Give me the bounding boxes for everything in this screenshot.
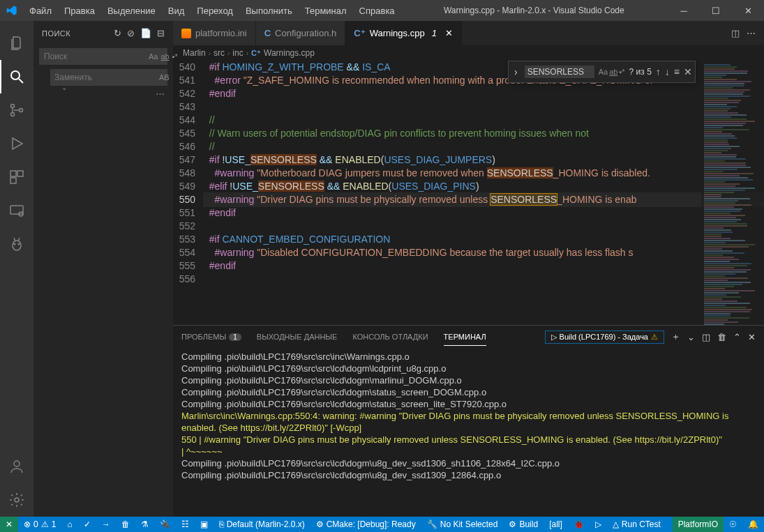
menu-goto[interactable]: Переход [191,3,239,19]
replace-field[interactable]: AB [50,69,167,86]
menu-terminal[interactable]: Терминал [299,3,352,19]
accounts-icon[interactable] [0,450,33,483]
maximize-panel-icon[interactable]: ⌃ [733,332,741,342]
search-input[interactable] [44,52,149,61]
status-monitor-icon[interactable]: ☷ [176,517,195,532]
cpp-file-icon: C⁺ [354,28,365,38]
menu-run[interactable]: Выполнить [240,3,298,19]
tab-output[interactable]: ВЫХОДНЫЕ ДАННЫЕ [257,328,338,345]
extensions-icon[interactable] [0,160,33,194]
status-errors[interactable]: ⊗ 0 ⚠ 1 [18,517,61,532]
match-case-icon[interactable]: Aa [149,52,158,61]
status-check-icon[interactable]: ✓ [78,517,96,532]
match-word-icon[interactable]: ab [609,68,617,76]
status-debug-icon[interactable]: 🐞 [568,517,590,532]
code-content[interactable]: #if HOMING_Z_WITH_PROBE && IS_CA #error … [204,61,764,325]
close-button[interactable]: ✕ [732,0,764,21]
terminal-task-selector[interactable]: ▷Build (LPC1769) - Задача⚠ [545,330,664,344]
preserve-case-icon[interactable]: AB [159,73,170,82]
status-arrow-icon[interactable]: → [96,517,116,532]
regex-icon[interactable]: ▪* [172,52,178,61]
collapse-icon[interactable]: ⊟ [157,28,165,38]
find-selection-icon[interactable]: ≡ [674,66,680,77]
find-expand-icon[interactable]: › [511,66,520,77]
code-editor[interactable]: 540541542 543544545 546547548 549550551 … [173,61,764,325]
match-case-icon[interactable]: Aa [599,68,608,76]
menu-edit[interactable]: Правка [59,3,100,19]
platformio-file-icon [181,29,191,38]
status-run-icon[interactable]: ▷ [590,517,607,532]
search-icon[interactable] [0,60,33,93]
terminal-dropdown-icon[interactable]: ⌄ [687,332,695,342]
minimize-button[interactable]: ─ [668,0,700,21]
split-editor-icon[interactable]: ◫ [731,28,740,38]
breadcrumb-item[interactable]: src [214,48,225,58]
status-beaker-icon[interactable]: ⚗ [135,517,154,532]
status-default-config[interactable]: ⎘ Default (Marlin-2.0.x) [214,517,310,532]
regex-icon[interactable]: ▪* [619,68,624,76]
toggle-replace-icon[interactable]: ⌄ [61,84,67,91]
breadcrumb-item[interactable]: inc [232,48,243,58]
editor-area: platformio.ini CConfiguration.h C⁺Warnin… [173,21,764,517]
tab-configuration[interactable]: CConfiguration.h [256,21,346,45]
status-plug-icon[interactable]: 🔌 [154,517,176,532]
status-terminal-icon[interactable]: ▣ [195,517,214,532]
modified-indicator: 1 [432,28,437,38]
svg-point-3 [11,113,15,116]
status-ctest[interactable]: △ Run CTest [607,517,666,532]
menu-bar: Файл Правка Выделение Вид Переход Выполн… [24,3,400,19]
tab-terminal[interactable]: ТЕРМИНАЛ [444,328,486,346]
remote-indicator[interactable]: ✕ [0,517,18,532]
find-input[interactable] [525,66,594,78]
find-prev-icon[interactable]: ↑ [656,66,661,77]
platformio-icon[interactable] [0,227,33,261]
match-word-icon[interactable]: ab [160,52,169,61]
find-next-icon[interactable]: ↓ [665,66,670,77]
refresh-icon[interactable]: ↻ [114,28,121,38]
source-control-icon[interactable] [0,93,33,127]
new-terminal-icon[interactable]: ＋ [671,330,680,343]
menu-view[interactable]: Вид [163,3,190,19]
more-actions-icon[interactable]: ⋯ [747,28,756,38]
menu-help[interactable]: Справка [354,3,400,19]
maximize-button[interactable]: ☐ [700,0,732,21]
breadcrumbs[interactable]: Marlin› src› inc› C⁺ Warnings.cpp [173,45,764,61]
clear-icon[interactable]: ⊘ [127,28,135,38]
menu-selection[interactable]: Выделение [102,3,161,19]
explorer-icon[interactable] [0,26,33,60]
tab-debug-console[interactable]: КОНСОЛЬ ОТЛАДКИ [352,328,428,345]
status-kit[interactable]: 🔧 No Kit Selected [421,517,504,532]
terminal-content[interactable]: Compiling .pio\build\LPC1769\src\src\inc… [173,348,764,517]
status-trash-icon[interactable]: 🗑 [116,517,135,532]
new-search-icon[interactable]: 📄 [140,28,151,38]
status-home-icon[interactable]: ⌂ [61,517,77,532]
svg-point-0 [11,71,20,79]
status-cmake[interactable]: ⚙ CMake: [Debug]: Ready [310,517,421,532]
search-details-toggle[interactable]: ⋯ [33,87,173,100]
tab-platformio[interactable]: platformio.ini [173,21,256,45]
find-close-icon[interactable]: ✕ [684,66,692,77]
search-field[interactable]: Aa ab ▪* [39,48,167,65]
tab-problems[interactable]: ПРОБЛЕМЫ1 [181,328,241,345]
split-terminal-icon[interactable]: ◫ [702,332,710,342]
status-feedback-icon[interactable]: ☉ [724,517,742,532]
status-platformio[interactable]: PlatformIO [673,517,724,532]
status-target[interactable]: [all] [544,517,568,532]
minimap[interactable] [701,61,764,325]
menu-file[interactable]: Файл [24,3,57,19]
replace-input[interactable] [54,73,159,82]
remote-icon[interactable] [0,194,33,227]
run-debug-icon[interactable] [0,127,33,160]
tab-close-icon[interactable]: ✕ [445,28,453,38]
status-bell-icon[interactable]: 🔔 [742,517,764,532]
svg-rect-5 [10,171,16,176]
breadcrumb-item[interactable]: Marlin [183,48,206,58]
tab-warnings[interactable]: C⁺Warnings.cpp1✕ [345,21,462,45]
settings-icon[interactable] [0,483,33,517]
status-build[interactable]: ⚙ Build [503,517,544,532]
status-bar: ✕ ⊗ 0 ⚠ 1 ⌂ ✓ → 🗑 ⚗ 🔌 ☷ ▣ ⎘ Default (Mar… [0,517,764,532]
svg-point-12 [18,243,20,245]
kill-terminal-icon[interactable]: 🗑 [717,332,726,342]
close-panel-icon[interactable]: ✕ [748,332,756,342]
breadcrumb-item[interactable]: Warnings.cpp [264,48,315,58]
